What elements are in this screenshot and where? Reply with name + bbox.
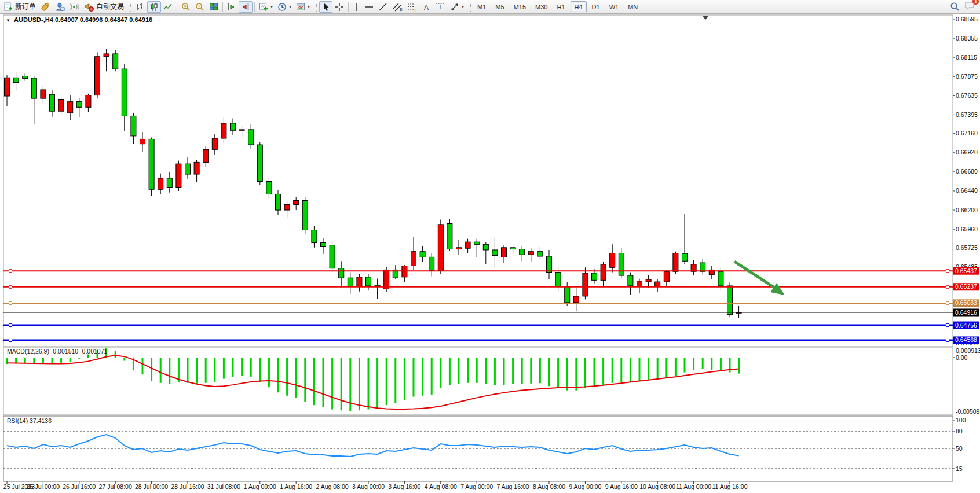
indicators-button[interactable]: ▾ xyxy=(257,1,275,13)
candlestick-chart-button[interactable] xyxy=(147,1,161,13)
auto-trading-button[interactable]: 自动交易 xyxy=(82,1,126,13)
timeframe-button-h4[interactable]: H4 xyxy=(571,1,587,12)
timeframe-button-m1[interactable]: M1 xyxy=(473,1,490,12)
periods-button[interactable]: ▾ xyxy=(275,1,294,13)
line-chart-icon xyxy=(163,2,173,12)
signals-button[interactable] xyxy=(67,1,82,13)
chat-button[interactable]: 1 xyxy=(964,1,975,13)
line-handle[interactable] xyxy=(9,301,12,304)
toolbar-separator xyxy=(348,2,349,12)
svg-text:11 Aug 16:00: 11 Aug 16:00 xyxy=(712,483,747,490)
price-axis: 0.685950.683550.681150.678750.676350.673… xyxy=(953,16,978,347)
text-label-button[interactable]: T xyxy=(433,1,448,13)
timeframe-button-m30[interactable]: M30 xyxy=(531,1,551,12)
tile-windows-button[interactable] xyxy=(207,1,221,13)
templates-button[interactable]: ▾ xyxy=(294,1,312,13)
chart-canvas[interactable]: 0.685950.683550.681150.678750.676350.673… xyxy=(0,14,980,493)
svg-text:8 Aug 08:00: 8 Aug 08:00 xyxy=(533,483,565,490)
line-handle[interactable] xyxy=(946,301,949,304)
text-button[interactable]: A xyxy=(420,1,433,13)
cursor-button[interactable] xyxy=(319,1,332,13)
timeframe-button-d1[interactable]: D1 xyxy=(588,1,604,12)
chart-shift-button[interactable] xyxy=(239,1,253,13)
svg-text:26 Jul 16:00: 26 Jul 16:00 xyxy=(63,483,96,490)
svg-text:0.65437: 0.65437 xyxy=(955,267,977,274)
new-order-button[interactable]: 新订单 xyxy=(1,1,38,13)
svg-text:31 Jul 08:00: 31 Jul 08:00 xyxy=(207,483,240,490)
line-handle[interactable] xyxy=(9,339,12,341)
macd-pane[interactable] xyxy=(3,348,953,415)
trendline-icon xyxy=(378,2,387,12)
time-axis: 25 Jul 202326 Jul 00:0026 Jul 16:0027 Ju… xyxy=(3,481,748,490)
svg-text:0.68595: 0.68595 xyxy=(956,16,978,23)
macd-label: MACD(12,26,9) -0.001510 -0.001071 xyxy=(7,348,108,355)
indicators-icon xyxy=(259,2,268,12)
svg-text:3 Aug 00:00: 3 Aug 00:00 xyxy=(352,483,385,490)
line-handle[interactable] xyxy=(9,285,12,288)
dropdown-caret-icon: ▾ xyxy=(308,4,310,9)
svg-text:80: 80 xyxy=(956,428,963,435)
svg-text:50: 50 xyxy=(956,445,963,452)
fibonacci-icon: F xyxy=(407,2,418,12)
main-price-pane[interactable] xyxy=(3,15,953,347)
svg-text:0.65237: 0.65237 xyxy=(955,283,977,290)
svg-text:0.66440: 0.66440 xyxy=(956,187,978,194)
line-handle[interactable] xyxy=(946,270,949,273)
svg-text:9 Aug 16:00: 9 Aug 16:00 xyxy=(605,483,638,490)
line-handle[interactable] xyxy=(946,339,949,341)
toolbar-grip xyxy=(129,2,131,12)
channel-button[interactable]: E xyxy=(390,1,405,13)
chart-title: ▼AUDUSD-,H4 0.64907 0.64996 0.64847 0.64… xyxy=(6,16,152,23)
zoom-out-button[interactable] xyxy=(193,1,207,13)
fibonacci-button[interactable]: F xyxy=(405,1,420,13)
marker-button[interactable] xyxy=(38,1,53,13)
dropdown-caret-icon: ▾ xyxy=(289,4,291,9)
svg-text:0.64756: 0.64756 xyxy=(955,322,977,329)
timeframe-button-mn[interactable]: MN xyxy=(624,1,642,12)
svg-text:0.65725: 0.65725 xyxy=(956,244,978,251)
vertical-line-button[interactable] xyxy=(350,1,362,13)
rsi-axis: 100805015 xyxy=(953,417,966,472)
new-order-icon xyxy=(3,2,13,12)
candlestick-chart-icon xyxy=(149,2,159,12)
svg-text:0.000913: 0.000913 xyxy=(956,347,980,354)
window-menu-triangle-icon: ▼ xyxy=(6,18,10,23)
notification-badge: 1 xyxy=(972,0,979,5)
timeframe-button-m15[interactable]: M15 xyxy=(510,1,530,12)
auto-trading-icon xyxy=(84,2,94,12)
line-chart-button[interactable] xyxy=(161,1,175,13)
svg-text:28 Jul 00:00: 28 Jul 00:00 xyxy=(135,483,168,490)
profile-button[interactable] xyxy=(53,1,67,13)
svg-text:0.67635: 0.67635 xyxy=(956,92,978,99)
svg-text:11 Aug 00:00: 11 Aug 00:00 xyxy=(676,483,711,490)
line-handle[interactable] xyxy=(946,324,949,327)
auto-scroll-button[interactable] xyxy=(225,1,239,13)
zoom-in-button[interactable] xyxy=(179,1,193,13)
svg-text:9 Aug 00:00: 9 Aug 00:00 xyxy=(569,483,601,490)
horizontal-line-button[interactable] xyxy=(362,1,376,13)
svg-text:7 Aug 16:00: 7 Aug 16:00 xyxy=(497,483,529,490)
chart-shift-icon xyxy=(241,2,250,12)
svg-text:0.68355: 0.68355 xyxy=(956,35,978,42)
timeframe-button-m5[interactable]: M5 xyxy=(491,1,508,12)
svg-text:0.68115: 0.68115 xyxy=(956,54,977,61)
main-toolbar: 新订单 自动交易 xyxy=(0,0,980,14)
bar-chart-icon xyxy=(136,2,145,12)
signal-icon xyxy=(70,2,79,12)
timeframe-button-h1[interactable]: H1 xyxy=(553,1,569,12)
bar-chart-button[interactable] xyxy=(133,1,147,13)
line-handle[interactable] xyxy=(9,270,12,273)
trendline-button[interactable] xyxy=(376,1,390,13)
zoom-in-icon xyxy=(181,2,191,12)
arrows-tool-button[interactable]: ▾ xyxy=(448,1,466,13)
line-handle[interactable] xyxy=(9,324,12,327)
timeframe-button-w1[interactable]: W1 xyxy=(605,1,623,12)
line-handle[interactable] xyxy=(946,285,949,288)
dropdown-caret-icon: ▾ xyxy=(270,4,273,9)
svg-text:0.64568: 0.64568 xyxy=(955,336,977,343)
profile-person-icon xyxy=(55,2,65,12)
dropdown-caret-icon: ▾ xyxy=(462,4,464,9)
crosshair-button[interactable] xyxy=(332,1,346,13)
symbol-ohlc-title: AUDUSD-,H4 0.64907 0.64996 0.64847 0.649… xyxy=(14,16,152,23)
search-icon[interactable] xyxy=(950,2,960,12)
